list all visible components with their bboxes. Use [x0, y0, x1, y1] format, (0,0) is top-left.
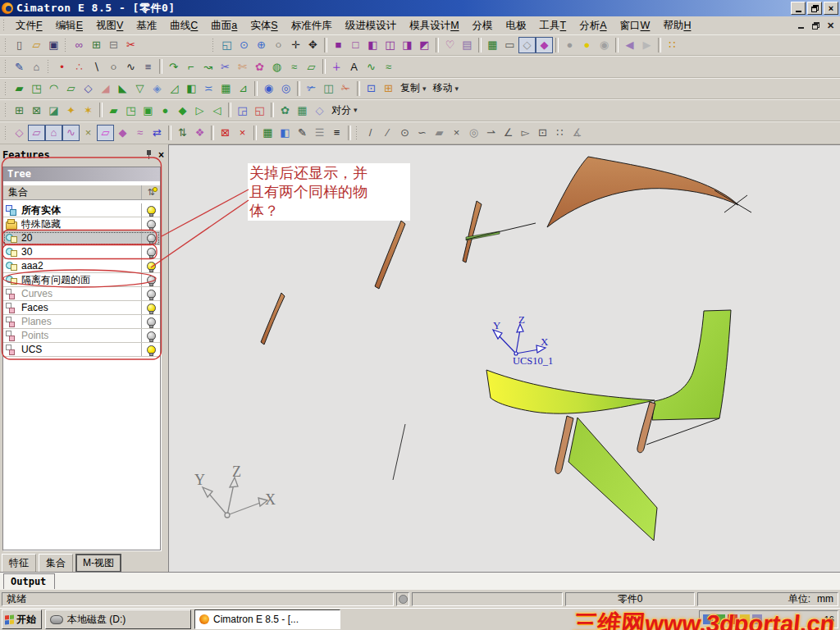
measure-plane[interactable]: ▰ [431, 125, 448, 141]
output-tab[interactable]: Output [3, 573, 55, 589]
new-solid[interactable]: ⊞ [11, 102, 28, 118]
offset-surface[interactable]: ◈ [148, 80, 166, 97]
toolbar-grip[interactable] [4, 81, 7, 96]
shell-solid[interactable]: ◁ [208, 102, 226, 118]
toolbar-grip[interactable] [4, 126, 7, 140]
pick-funnel[interactable]: ❖ [191, 125, 208, 141]
bulb-icon[interactable] [147, 331, 156, 340]
alert-tool[interactable]: ✦ [62, 102, 80, 118]
measure-intersect[interactable]: × [448, 125, 465, 141]
extend-curve[interactable]: ↝ [199, 58, 217, 75]
menu-standard-parts[interactable]: 标准件库 [285, 17, 339, 34]
filter-groups[interactable]: ≈ [131, 125, 148, 141]
pin-icon[interactable] [145, 149, 153, 160]
sweep-surface[interactable]: ◠ [45, 80, 62, 97]
boolean-add[interactable]: ◲ [234, 102, 251, 118]
menu-grip[interactable] [2, 19, 6, 32]
pick-order[interactable]: ⇅ [174, 125, 191, 141]
tray-icon[interactable] [752, 614, 762, 624]
measure-point[interactable]: ∕ [379, 125, 396, 141]
surface-sliver-2[interactable] [375, 221, 405, 289]
wireframe-cube-display[interactable]: □ [347, 37, 364, 53]
tree-row-special-hidden[interactable]: 特殊隐藏 [3, 217, 160, 231]
measure-direction[interactable]: ⇀ [482, 125, 500, 141]
link-display[interactable]: ∞ [71, 37, 88, 53]
shaded-mode[interactable]: ◆ [536, 37, 553, 53]
pick-light[interactable]: ◉ [596, 37, 613, 53]
menu-analysis[interactable]: 分析A [573, 17, 613, 34]
point-coordinates[interactable]: ∷ [551, 125, 568, 141]
filter-all[interactable]: ◇ [11, 125, 28, 141]
filter-solids[interactable]: ◆ [114, 125, 131, 141]
circle-tool[interactable]: ○ [105, 58, 122, 75]
light-off[interactable]: ● [561, 37, 578, 53]
start-button[interactable]: 开始 [2, 609, 42, 629]
wireframe-mode[interactable]: ◇ [518, 37, 536, 53]
bulb-icon[interactable] [147, 234, 156, 243]
tree-column-header[interactable]: 集合 ⇅ [3, 185, 160, 200]
mdi-minimize-button[interactable] [795, 21, 807, 31]
filter-points[interactable]: × [80, 125, 97, 141]
line-width[interactable]: ≡ [328, 125, 345, 141]
tray-icon[interactable] [740, 614, 750, 624]
measure-cursor[interactable]: ▻ [517, 125, 534, 141]
menu-datum[interactable]: 基准 [130, 17, 163, 34]
bulb-icon[interactable] [147, 262, 156, 271]
extend-surface[interactable]: ◧ [183, 80, 200, 97]
close-button[interactable]: × [824, 2, 838, 15]
extend-boundary[interactable]: ⊡ [363, 80, 380, 97]
menu-mold-design[interactable]: 模具设计M [403, 17, 465, 34]
curve-analysis[interactable]: ∔ [328, 58, 345, 75]
transparent-display[interactable]: ◫ [381, 37, 399, 53]
move-dropdown[interactable]: 移动▾ [430, 80, 463, 97]
helix-tool[interactable]: ≡ [139, 58, 157, 75]
loft-surface[interactable]: ▽ [131, 80, 148, 97]
menu-curves[interactable]: 曲线C [163, 17, 204, 34]
panel-close-icon[interactable]: × [158, 149, 164, 161]
menu-parting[interactable]: 分模 [466, 17, 500, 34]
toolbar-grip[interactable] [4, 38, 7, 52]
tree-row-curves[interactable]: Curves [3, 287, 160, 301]
copy-dropdown[interactable]: 复制▾ [397, 80, 430, 97]
color-picker[interactable]: ✎ [294, 125, 311, 141]
tree-row-faces[interactable]: Faces [3, 301, 160, 315]
toolbar-grip[interactable] [4, 103, 7, 117]
quarter-display[interactable]: ◩ [416, 37, 433, 53]
previous-view[interactable]: ◀ [621, 37, 638, 53]
chamfer-solid[interactable]: ◆ [174, 102, 191, 118]
menu-progressive-die[interactable]: 级进模设计 [339, 17, 404, 34]
taskbar-button-cimatron[interactable]: Cimatron E 8.5 - [... [194, 609, 340, 629]
boolean-remove[interactable]: ◱ [251, 102, 268, 118]
cancel-pick[interactable]: × [234, 125, 251, 141]
bulb-icon[interactable] [147, 290, 156, 299]
tray-icon[interactable] [703, 614, 713, 624]
toolbar-grip[interactable] [212, 38, 215, 52]
tree-row-set-20[interactable]: 20 [3, 231, 160, 245]
textured-display[interactable]: ▦ [484, 37, 501, 53]
bulb-icon[interactable] [147, 304, 156, 313]
paint-bucket[interactable]: ◧ [276, 125, 294, 141]
bulb-icon[interactable] [147, 317, 156, 326]
thicken-solid[interactable]: ◪ [45, 102, 62, 118]
menu-window-menu[interactable]: 窗口W [614, 17, 657, 34]
box-pick[interactable]: ⊠ [217, 125, 234, 141]
measure-visibility[interactable]: ◎ [465, 125, 482, 141]
wire-display[interactable]: ▭ [501, 37, 518, 53]
magic-tool[interactable]: ✶ [80, 102, 97, 118]
trim-surface[interactable]: ✃ [303, 80, 320, 97]
zoom-dynamic[interactable]: ○ [270, 37, 287, 53]
project-curve[interactable]: ≈ [285, 58, 303, 75]
surface-crescent[interactable] [547, 157, 738, 227]
drive-surface[interactable]: ▰ [11, 80, 28, 97]
cube-tool[interactable]: ◇ [311, 102, 328, 118]
stitch-surfaces[interactable]: ◉ [260, 80, 277, 97]
tray-icon[interactable] [715, 614, 725, 624]
menu-edit[interactable]: 编辑E [49, 17, 89, 34]
spline-tool[interactable]: ∿ [122, 58, 139, 75]
menu-surface[interactable]: 曲面a [204, 17, 244, 34]
snapshot[interactable]: ▤ [459, 37, 476, 53]
split-curve[interactable]: ✄ [234, 58, 251, 75]
surface-sliver-3[interactable] [261, 293, 285, 345]
sketcher[interactable]: ✎ [11, 58, 28, 75]
mid-surface[interactable]: ≍ [200, 80, 217, 97]
